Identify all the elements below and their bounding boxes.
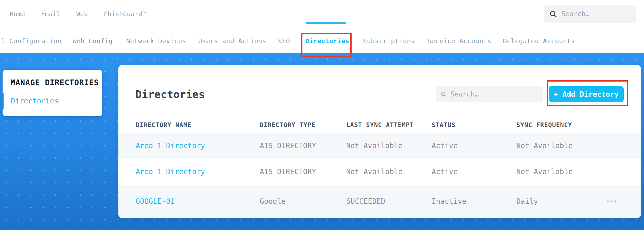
tab-users-and-actions[interactable]: Users and Actions	[198, 29, 266, 53]
sidebar-title: MANAGE DIRECTORIES	[11, 78, 99, 87]
directory-type-cell: A1S_DIRECTORY	[260, 159, 316, 185]
sidebar-active-indicator	[3, 93, 4, 109]
more-options-icon[interactable]	[607, 185, 622, 218]
global-search-input[interactable]	[561, 10, 631, 18]
last-sync-cell: SUCCEEDED	[346, 185, 385, 218]
directories-panel: Directories + Add Directory DIRECTORY NA…	[118, 65, 641, 218]
search-icon	[549, 10, 557, 18]
tab-delegated-accounts[interactable]: Delegated Accounts	[503, 29, 575, 53]
global-search[interactable]	[544, 5, 636, 23]
directory-type-cell: A1S_DIRECTORY	[260, 133, 316, 159]
directories-search-input[interactable]	[450, 90, 538, 98]
tab-web-config[interactable]: Web Config	[73, 29, 113, 53]
active-tab-underline	[306, 22, 346, 24]
column-header-directory-type: DIRECTORY TYPE	[260, 117, 315, 133]
tab-subscriptions[interactable]: Subscriptions	[363, 29, 415, 53]
column-header-last-sync: LAST SYNC ATTEMPT	[346, 117, 414, 133]
last-sync-cell: Not Available	[346, 133, 403, 159]
content-area: MANAGE DIRECTORIES Directories Directori…	[0, 53, 644, 230]
column-header-status: STATUS	[432, 117, 456, 133]
table-header-row: DIRECTORY NAME DIRECTORY TYPE LAST SYNC …	[118, 117, 641, 133]
nav-item-email[interactable]: Email	[41, 11, 60, 18]
sidebar-item-directories[interactable]: Directories	[11, 97, 58, 105]
primary-nav: Home Email Web PhishGuard™	[10, 0, 146, 28]
status-cell: Inactive	[432, 185, 466, 218]
sync-frequency-cell: Not Available	[516, 133, 573, 159]
table-row: Area 1 Directory A1S_DIRECTORY Not Avail…	[118, 159, 641, 185]
nav-item-web[interactable]: Web	[76, 11, 88, 18]
table-row: GOOGLE-01 Google SUCCEEDED Inactive Dail…	[118, 185, 641, 218]
status-cell: Active	[432, 133, 458, 159]
status-cell: Active	[432, 159, 458, 185]
tab-network-devices[interactable]: Network Devices	[126, 29, 186, 53]
tab-sso[interactable]: SSO	[278, 29, 290, 53]
last-sync-cell: Not Available	[346, 159, 403, 185]
directory-name-link[interactable]: Area 1 Directory	[136, 133, 205, 159]
tab-email-configuration[interactable]: l Configuration	[1, 29, 61, 53]
nav-item-home[interactable]: Home	[10, 11, 25, 18]
page-title: Directories	[135, 89, 205, 100]
directory-name-link[interactable]: Area 1 Directory	[136, 159, 205, 185]
column-header-sync-frequency: SYNC FREQUENCY	[516, 117, 572, 133]
directory-name-link[interactable]: GOOGLE-01	[136, 185, 175, 218]
sync-frequency-cell: Daily	[516, 185, 538, 218]
table-row: Area 1 Directory A1S_DIRECTORY Not Avail…	[118, 133, 641, 159]
directories-search[interactable]	[436, 86, 543, 102]
tab-service-accounts[interactable]: Service Accounts	[427, 29, 491, 53]
annotation-box-add-directory	[547, 80, 628, 106]
sync-frequency-cell: Not Available	[516, 159, 573, 185]
search-icon	[440, 91, 447, 98]
directory-type-cell: Google	[260, 185, 286, 218]
nav-item-phishguard[interactable]: PhishGuard™	[104, 11, 146, 18]
column-header-directory-name: DIRECTORY NAME	[136, 117, 191, 133]
manage-directories-card: MANAGE DIRECTORIES Directories	[3, 70, 102, 116]
annotation-box-directories-tab	[301, 33, 352, 57]
